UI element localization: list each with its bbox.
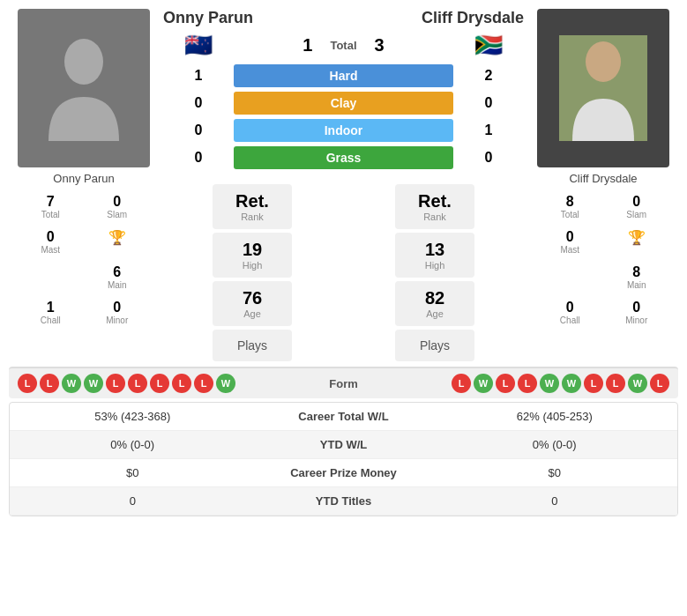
right-plays-label: Plays	[420, 338, 450, 353]
surface-badge-indoor: Indoor	[234, 119, 453, 142]
left-rank-high-val: 19	[227, 240, 278, 260]
form-badge-7: L	[172, 374, 191, 393]
left-plays-label: Plays	[237, 338, 267, 353]
form-badge-8: L	[194, 374, 213, 393]
right-stat-total: 8 Total	[537, 189, 603, 224]
form-badge-6: L	[584, 374, 603, 393]
right-player-name: Cliff Drysdale	[569, 172, 637, 185]
svg-point-2	[586, 41, 621, 82]
surface-table: 1 Hard 2 0 Clay 0 0 Indoor 1 0 Grass 0	[163, 64, 524, 174]
bt-center-2: Career Prize Money	[256, 466, 432, 479]
surface-score-right-2: 1	[453, 122, 524, 138]
bt-center-0: Career Total W/L	[256, 410, 432, 423]
left-rank-high-box: 19 High	[213, 233, 292, 278]
surface-score-right-0: 2	[453, 68, 524, 84]
total-label: Total	[330, 39, 356, 52]
form-badge-3: W	[84, 374, 103, 393]
bt-right-3: 0	[432, 494, 678, 508]
bt-left-2: $0	[10, 466, 256, 479]
surface-score-left-0: 1	[163, 68, 234, 84]
bt-right-2: $0	[432, 466, 678, 479]
form-badge-7: L	[606, 374, 625, 393]
form-badge-1: W	[474, 374, 493, 393]
left-rank-ret-val: Ret.	[227, 191, 278, 212]
surface-row-indoor: 0 Indoor 1	[163, 119, 524, 142]
form-badge-0: L	[18, 374, 37, 393]
center-column: Onny Parun Cliff Drysdale 🇳🇿 1 Total 3 🇿…	[163, 9, 524, 361]
surface-score-left-2: 0	[163, 122, 234, 138]
right-flag-icon: 🇿🇦	[474, 32, 503, 59]
left-stat-minor: 0 Minor	[85, 295, 151, 330]
svg-point-0	[64, 39, 103, 85]
surface-score-right-3: 0	[453, 150, 524, 166]
left-form-badges: LLWWLLLLLW	[18, 374, 291, 393]
right-player-card: Cliff Drysdale 8 Total 0 Slam 0 Mast 🏆	[528, 9, 678, 330]
total-score-right: 3	[375, 35, 385, 56]
form-row: LLWWLLLLLW Form LWLLWWLLWL	[9, 367, 678, 398]
bt-left-3: 0	[10, 494, 256, 508]
right-stat-chall: 0 Chall	[537, 295, 603, 330]
left-rank-high-lbl: High	[227, 260, 278, 271]
left-flag-icon: 🇳🇿	[184, 32, 213, 59]
bt-center-1: YTD W/L	[256, 438, 432, 451]
left-flag-cell: 🇳🇿	[163, 32, 234, 59]
left-rank-ret-lbl: Rank	[227, 212, 278, 222]
bottom-stats-table: 53% (423-368) Career Total W/L 62% (405-…	[9, 402, 678, 516]
right-rank-ret-box: Ret. Rank	[395, 184, 474, 229]
right-rank-high-box: 13 High	[395, 233, 474, 278]
bt-left-0: 53% (423-368)	[10, 410, 256, 423]
left-stat-main: 6 Main	[85, 260, 151, 294]
right-age-val: 82	[409, 288, 460, 308]
surface-row-hard: 1 Hard 2	[163, 64, 524, 87]
left-stat-mast: 0 Mast	[18, 225, 84, 259]
left-age-box: 76 Age	[213, 281, 292, 326]
bt-right-1: 0% (0-0)	[432, 438, 678, 451]
left-center-stats: Ret. Rank 19 High 76 Age Plays	[163, 184, 341, 361]
top-row: Onny Parun 7 Total 0 Slam 0 Mast 🏆	[0, 0, 687, 361]
form-badge-1: L	[40, 374, 59, 393]
stats-row-2: $0 Career Prize Money $0	[10, 459, 677, 487]
right-player-silhouette-icon	[559, 35, 647, 141]
left-age-val: 76	[227, 288, 278, 308]
form-badge-0: L	[452, 374, 471, 393]
right-header-name: Cliff Drysdale	[422, 9, 524, 27]
stats-row-1: 0% (0-0) YTD W/L 0% (0-0)	[10, 431, 677, 459]
form-badge-2: L	[496, 374, 515, 393]
right-flag-cell: 🇿🇦	[453, 32, 524, 59]
surface-score-right-1: 0	[453, 95, 524, 111]
right-player-stats-grid: 8 Total 0 Slam 0 Mast 🏆 8 Main	[537, 189, 669, 330]
left-player-photo	[18, 9, 150, 167]
form-badge-5: L	[128, 374, 147, 393]
right-stat-minor: 0 Minor	[604, 295, 670, 330]
left-silhouette-icon	[40, 35, 128, 141]
left-stat-slam: 0 Slam	[85, 189, 151, 224]
right-trophy-icon-cell: 🏆	[604, 225, 670, 259]
right-player-photo	[537, 9, 669, 167]
surface-score-left-3: 0	[163, 150, 234, 166]
left-stat-total: 7 Total	[18, 189, 84, 224]
left-plays-box: Plays	[213, 330, 292, 361]
surface-badge-clay: Clay	[234, 92, 453, 115]
form-badge-9: W	[216, 374, 235, 393]
stats-row-3: 0 YTD Titles 0	[10, 487, 677, 516]
total-score-cell: 1 Total 3	[234, 35, 453, 56]
bt-left-1: 0% (0-0)	[10, 438, 256, 451]
left-age-lbl: Age	[227, 308, 278, 319]
bt-right-0: 62% (405-253)	[432, 410, 678, 423]
form-badge-6: L	[150, 374, 169, 393]
surface-row-grass: 0 Grass 0	[163, 146, 524, 169]
stats-row-0: 53% (423-368) Career Total W/L 62% (405-…	[10, 403, 677, 431]
right-center-stats: Ret. Rank 13 High 82 Age Plays	[346, 184, 524, 361]
stats-boxes-row: Ret. Rank 19 High 76 Age Plays	[163, 184, 524, 361]
right-rank-high-lbl: High	[409, 260, 460, 271]
left-player-name: Onny Parun	[53, 172, 114, 185]
right-rank-ret-lbl: Rank	[409, 212, 460, 222]
left-trophy-icon-cell: 🏆	[85, 225, 151, 259]
right-age-lbl: Age	[409, 308, 460, 319]
form-badge-4: W	[540, 374, 559, 393]
right-stat-main: 8 Main	[604, 260, 670, 294]
surface-score-left-1: 0	[163, 95, 234, 111]
right-form-badges: LWLLWWLLWL	[397, 374, 670, 393]
form-badge-8: W	[628, 374, 647, 393]
flag-total-row: 🇳🇿 1 Total 3 🇿🇦	[163, 32, 524, 59]
